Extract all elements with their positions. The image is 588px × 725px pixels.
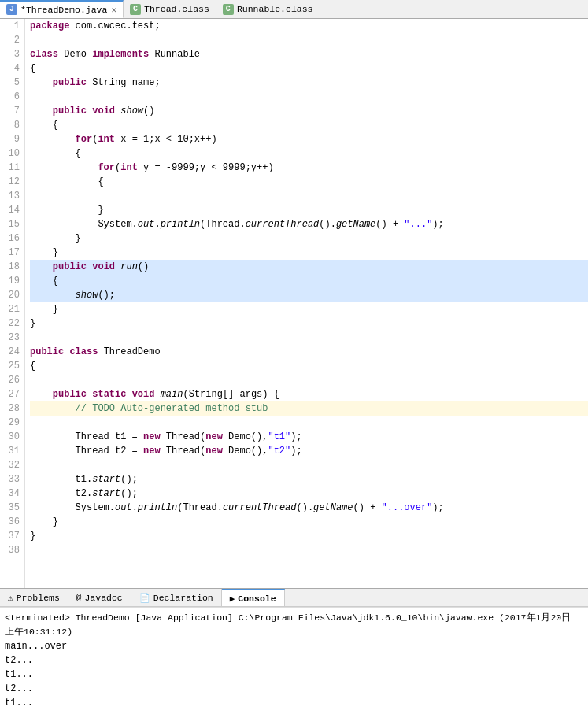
line-number-15: 15 [0, 217, 20, 231]
code-line-5: public String name; [30, 76, 588, 90]
code-line-25: { [30, 359, 588, 373]
code-line-7: public void show() [30, 104, 588, 118]
line-number-7: 7 [0, 104, 20, 118]
tab-thread[interactable]: C Thread.class [124, 0, 216, 18]
line-number-18: 18 [0, 260, 20, 274]
code-line-29 [30, 416, 588, 430]
code-line-31: Thread t2 = new Thread(new Demo(),"t2"); [30, 444, 588, 458]
line-number-13: 13 [0, 189, 20, 203]
line-number-29: 29 [0, 416, 20, 430]
line-number-32: 32 [0, 458, 20, 472]
tab-label-threadDemo: *ThreadDemo.java [20, 5, 107, 15]
console-area: <terminated> ThreadDemo [Java Applicatio… [0, 607, 588, 725]
code-line-1: package com.cwcec.test; [30, 19, 588, 33]
problems-icon: ⚠ [8, 593, 13, 603]
code-line-16: } [30, 231, 588, 246]
tab-bar: J *ThreadDemo.java ✕ C Thread.class C Ru… [0, 0, 588, 19]
code-line-36: } [30, 515, 588, 529]
code-line-26 [30, 373, 588, 387]
console-output-line: t1... [5, 696, 583, 710]
bottom-tab-bar: ⚠ Problems @ Javadoc 📄 Declaration ▶ Con… [0, 588, 588, 607]
code-line-37: } [30, 529, 588, 543]
line-number-12: 12 [0, 175, 20, 189]
tab-label-declaration: Declaration [153, 593, 213, 603]
line-number-30: 30 [0, 430, 20, 444]
code-line-27: public static void main(String[] args) { [30, 387, 588, 401]
code-line-24: public class ThreadDemo [30, 345, 588, 359]
line-number-37: 37 [0, 529, 20, 543]
line-number-2: 2 [0, 33, 20, 47]
console-header: <terminated> ThreadDemo [Java Applicatio… [5, 611, 583, 639]
console-output-line: main...over [5, 639, 583, 653]
code-line-8: { [30, 118, 588, 132]
code-line-12: { [30, 175, 588, 189]
tab-javadoc[interactable]: @ Javadoc [68, 589, 131, 606]
line-number-10: 10 [0, 146, 20, 161]
tab-icon-c-runnable: C [223, 4, 234, 15]
tab-label-javadoc: Javadoc [84, 593, 122, 603]
code-line-34: t2.start(); [30, 486, 588, 501]
code-line-13 [30, 189, 588, 203]
line-number-21: 21 [0, 302, 20, 316]
line-number-27: 27 [0, 387, 20, 401]
console-output-line: t2... [5, 653, 583, 668]
code-line-11: for(int y = -9999;y < 9999;y++) [30, 161, 588, 175]
editor-area: 1234567891011121314151617181920212223242… [0, 19, 588, 588]
javadoc-icon: @ [76, 593, 82, 602]
tab-threadDemo[interactable]: J *ThreadDemo.java ✕ [0, 0, 124, 18]
line-number-19: 19 [0, 274, 20, 288]
line-number-38: 38 [0, 543, 20, 557]
line-number-28: 28 [0, 401, 20, 416]
line-number-11: 11 [0, 161, 20, 175]
line-number-17: 17 [0, 246, 20, 260]
code-line-9: for(int x = 1;x < 10;x++) [30, 132, 588, 146]
code-container: 1234567891011121314151617181920212223242… [0, 19, 588, 588]
tab-problems[interactable]: ⚠ Problems [0, 589, 68, 606]
code-line-23 [30, 331, 588, 345]
line-number-8: 8 [0, 118, 20, 132]
code-line-15: System.out.println(Thread.currentThread(… [30, 217, 588, 231]
code-line-35: System.out.println(Thread.currentThread(… [30, 501, 588, 515]
line-number-3: 3 [0, 47, 20, 61]
code-line-18: public void run() [30, 260, 588, 274]
tab-label-thread: Thread.class [144, 4, 209, 14]
line-number-36: 36 [0, 515, 20, 529]
code-line-22: } [30, 316, 588, 331]
tab-console[interactable]: ▶ Console [222, 589, 285, 606]
line-number-6: 6 [0, 90, 20, 104]
tab-label-runnable: Runnable.class [237, 4, 313, 14]
code-line-10: { [30, 146, 588, 161]
console-icon: ▶ [230, 594, 235, 604]
tab-icon-c-thread: C [130, 4, 141, 15]
code-line-17: } [30, 246, 588, 260]
code-line-2 [30, 33, 588, 47]
tab-runnable[interactable]: C Runnable.class [216, 0, 320, 18]
line-number-22: 22 [0, 316, 20, 331]
console-output-line: t2... [5, 682, 583, 696]
line-number-31: 31 [0, 444, 20, 458]
tab-declaration[interactable]: 📄 Declaration [131, 589, 222, 606]
line-number-33: 33 [0, 472, 20, 486]
tab-close-threadDemo[interactable]: ✕ [111, 5, 116, 15]
line-number-35: 35 [0, 501, 20, 515]
tab-label-console: Console [238, 594, 276, 604]
code-line-14: } [30, 203, 588, 217]
line-number-20: 20 [0, 288, 20, 302]
tab-icon-j: J [6, 4, 17, 15]
line-number-23: 23 [0, 331, 20, 345]
code-area: package com.cwcec.test; class Demo imple… [25, 19, 588, 588]
code-line-21: } [30, 302, 588, 316]
line-number-14: 14 [0, 203, 20, 217]
code-line-38 [30, 543, 588, 557]
code-line-33: t1.start(); [30, 472, 588, 486]
line-number-25: 25 [0, 359, 20, 373]
line-number-16: 16 [0, 231, 20, 246]
line-number-9: 9 [0, 132, 20, 146]
line-number-34: 34 [0, 486, 20, 501]
code-line-30: Thread t1 = new Thread(new Demo(),"t1"); [30, 430, 588, 444]
line-number-1: 1 [0, 19, 20, 33]
line-numbers: 1234567891011121314151617181920212223242… [0, 19, 25, 588]
tab-label-problems: Problems [17, 593, 60, 603]
declaration-icon: 📄 [139, 593, 150, 603]
code-line-4: { [30, 61, 588, 76]
